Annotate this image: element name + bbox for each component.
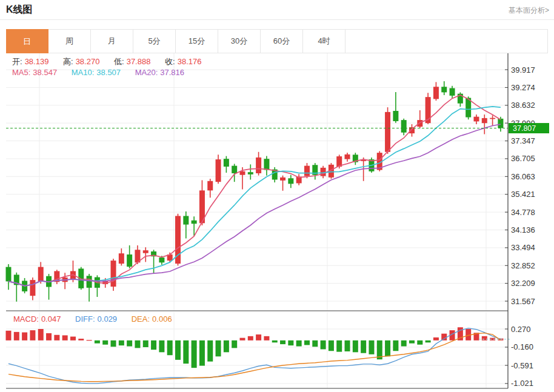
svg-text:38.632: 38.632 <box>511 101 535 110</box>
ohlc-legend: 开:38.139 高:38.270 低:37.888 收:38.176 <box>12 56 204 67</box>
macd-value: 0.047 <box>41 314 61 324</box>
diff-line <box>8 328 501 384</box>
ma10-line <box>8 107 501 286</box>
svg-text:32.209: 32.209 <box>511 279 535 288</box>
svg-text:37.347: 37.347 <box>511 136 535 145</box>
high-label: 高: <box>63 57 73 66</box>
svg-text:39.917: 39.917 <box>511 65 535 75</box>
svg-text:32.852: 32.852 <box>511 261 535 270</box>
macd-label: MACD: <box>13 314 39 324</box>
ma20-value: 37.816 <box>160 68 184 77</box>
low-value: 37.888 <box>127 57 151 66</box>
close-value: 38.176 <box>178 57 202 66</box>
ma-legend: MA5:38.547 MA10:38.507 MA20:37.816 <box>12 68 187 77</box>
svg-text:34.778: 34.778 <box>511 208 535 217</box>
current-price-tag: 37.807 <box>509 123 549 133</box>
macd-bars-group <box>6 327 504 368</box>
kline-page: { "header": { "title": "K线图", "link_labe… <box>0 0 554 392</box>
svg-text:0.270: 0.270 <box>511 325 531 334</box>
y-axis-labels: 39.91739.27438.63237.99037.34736.70536.0… <box>505 65 535 388</box>
svg-text:-1.021: -1.021 <box>511 379 533 388</box>
dea-value: 0.006 <box>152 314 172 324</box>
ma5-value: 38.547 <box>33 68 57 77</box>
svg-text:36.705: 36.705 <box>511 154 535 163</box>
ma10-value: 38.507 <box>96 68 121 77</box>
svg-text:-0.160: -0.160 <box>511 342 533 351</box>
svg-text:36.063: 36.063 <box>511 172 535 181</box>
diff-label: DIFF: <box>75 314 95 324</box>
open-value: 38.139 <box>25 57 49 66</box>
svg-text:33.494: 33.494 <box>511 243 535 252</box>
candles-group <box>6 81 504 302</box>
dea-label: DEA: <box>132 314 150 324</box>
svg-text:39.274: 39.274 <box>511 83 535 92</box>
ma20-label: MA20: <box>135 68 158 77</box>
open-label: 开: <box>12 57 22 66</box>
ma5-label: MA5: <box>12 68 30 77</box>
low-label: 低: <box>114 57 124 66</box>
svg-text:35.421: 35.421 <box>511 190 535 199</box>
svg-text:37.807: 37.807 <box>513 124 536 133</box>
high-value: 38.270 <box>76 57 100 66</box>
macd-legend: MACD:0.047 DIFF:0.029 DEA:0.006 <box>13 314 175 324</box>
ma20-line <box>8 124 501 286</box>
close-label: 收: <box>165 57 175 66</box>
svg-text:-0.591: -0.591 <box>511 361 533 370</box>
svg-text:31.567: 31.567 <box>511 297 535 306</box>
ma10-label: MA10: <box>72 68 95 77</box>
svg-text:34.136: 34.136 <box>511 225 535 234</box>
ma5-line <box>8 95 501 286</box>
diff-value: 0.029 <box>98 314 118 324</box>
